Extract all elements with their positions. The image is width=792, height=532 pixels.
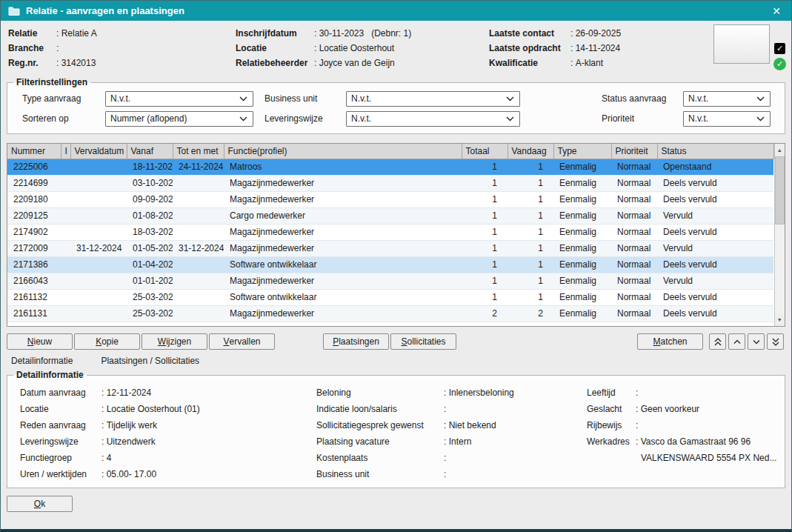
field-label: Branche	[8, 41, 56, 56]
details-column-2: BeloningInlenersbeloning Indicatie loon/…	[316, 385, 587, 482]
table-cell: 1	[462, 207, 508, 224]
relation-header: RelatieRelatie A Branche Reg.nr.3142013 …	[1, 21, 791, 75]
scrollbar-track[interactable]	[775, 225, 785, 313]
tab-detailinformatie[interactable]: Detailinformatie	[11, 356, 73, 368]
sorteren-op-select[interactable]: Nummer (aflopend)	[105, 111, 253, 127]
column-header-tot-en-met[interactable]: Tot en met	[173, 144, 224, 159]
column-header-prioriteit[interactable]: Prioriteit	[611, 144, 657, 159]
sollicitaties-button[interactable]: Sollicitaties	[390, 333, 456, 350]
detail-value	[444, 450, 449, 466]
column-header-totaal[interactable]: Totaal	[462, 144, 508, 159]
table-cell: Magazijnmedewerker	[224, 224, 462, 240]
table-cell	[70, 207, 127, 224]
field-label: Locatie	[236, 41, 314, 56]
close-icon[interactable]: ✕	[769, 4, 784, 18]
table-row[interactable]: 216113125-03-2024Magazijnmedewerker22Een…	[7, 305, 773, 322]
field-value: Joyce van de Geijn	[314, 56, 395, 70]
scrollbar-thumb[interactable]	[775, 156, 785, 225]
table-row[interactable]: 217490218-03-2024Magazijnmedewerker11Een…	[7, 224, 773, 240]
table-row[interactable]: 217138601-04-2024Software ontwikkelaar11…	[7, 256, 773, 273]
table-cell: 2214699	[7, 175, 61, 191]
column-header-status[interactable]: Status	[657, 144, 773, 159]
field-label: Relatiebeheerder	[236, 56, 314, 70]
table-cell: Deels vervuld	[657, 175, 773, 191]
prioriteit-select[interactable]: N.v.t.	[683, 111, 771, 127]
table-cell: 2172009	[7, 240, 61, 256]
table-cell	[70, 191, 127, 207]
field-label: Relatie	[8, 26, 56, 41]
table-cell: 01-05-2024	[127, 240, 173, 256]
table-cell: Deels vervuld	[657, 191, 773, 207]
table-cell	[61, 175, 70, 191]
type-aanvraag-select[interactable]: N.v.t.	[105, 91, 253, 107]
table-cell: 31-12-2024	[70, 240, 127, 256]
table-cell: 2171386	[7, 256, 61, 273]
table-cell: 1	[508, 175, 553, 191]
table-row[interactable]: 217200931-12-202401-05-202431-12-2024Mag…	[7, 240, 773, 256]
chevron-down-icon	[751, 336, 762, 347]
column-header-vanaf[interactable]: Vanaf	[127, 144, 173, 159]
move-first-button[interactable]	[709, 333, 726, 350]
tab-plaatsingen-sollicitaties[interactable]: Plaatsingen / Sollicitaties	[101, 356, 199, 368]
table-cell: Eenmalig	[553, 256, 611, 273]
move-up-button[interactable]	[728, 333, 745, 350]
column-header-i[interactable]: I	[61, 144, 70, 159]
column-header-vandaag[interactable]: Vandaag	[508, 144, 553, 159]
chevron-down-icon	[506, 96, 514, 102]
column-header-type[interactable]: Type	[553, 144, 611, 159]
table-cell: 24-11-2024	[173, 159, 224, 175]
table-cell	[173, 191, 224, 207]
column-header-functie-profiel[interactable]: Functie(profiel)	[224, 144, 462, 159]
nieuw-button[interactable]: Nieuw	[7, 333, 73, 350]
status-aanvraag-select[interactable]: N.v.t.	[683, 91, 771, 107]
table-cell: 1	[462, 256, 508, 273]
table-cell: 1	[508, 256, 553, 273]
kopie-button[interactable]: Kopie	[74, 333, 140, 350]
plaatsingen-button[interactable]: Plaatsingen	[323, 333, 389, 350]
table-row[interactable]: 216113225-03-2024Software ontwikkelaar11…	[7, 289, 773, 305]
vervallen-button[interactable]: Vervallen	[209, 333, 275, 350]
table-row[interactable]: 221469903-10-2024Magazijnmedewerker11Een…	[7, 175, 773, 191]
details-column-3: Leeftijd GeslachtGeen voorkeur Rijbewijs…	[587, 385, 785, 482]
detail-label: Plaatsing vacature	[316, 433, 444, 450]
title-bar[interactable]: Relatie - aanvragen en plaatsingen ✕	[1, 1, 791, 21]
field-value: 3142013	[56, 56, 96, 70]
detail-label: Locatie	[20, 401, 102, 417]
matchen-button[interactable]: Matchen	[637, 333, 703, 350]
column-header-nummer[interactable]: Nummer	[7, 144, 61, 159]
table-cell	[61, 207, 70, 224]
field-value: 26-09-2025	[570, 26, 621, 41]
table-cell: Eenmalig	[553, 289, 611, 305]
table-cell	[70, 305, 127, 322]
scroll-up-button[interactable]: ▲	[775, 144, 785, 156]
table-cell: 1	[508, 224, 553, 240]
detail-label: Werkadres	[587, 433, 636, 450]
table-row[interactable]: 220912501-08-2024Cargo medewerker11Eenma…	[7, 207, 773, 224]
move-down-button[interactable]	[748, 333, 765, 350]
table-row[interactable]: 220918009-09-2024Magazijnmedewerker11Een…	[7, 191, 773, 207]
table-cell: Magazijnmedewerker	[224, 305, 462, 322]
detail-information-groupbox: Detailinformatie Datum aanvraag12-11-202…	[7, 370, 785, 488]
filter-label: Business unit	[264, 93, 346, 104]
table-cell: Eenmalig	[553, 240, 611, 256]
table-cell: 18-03-2024	[127, 224, 173, 240]
business-unit-select[interactable]: N.v.t.	[346, 91, 520, 107]
table-cell: 1	[508, 240, 553, 256]
field-value: 30-11-2023 (Debnr: 1)	[314, 26, 411, 41]
table-cell: Openstaand	[657, 159, 773, 175]
table-cell: Vervuld	[657, 240, 773, 256]
wijzigen-button[interactable]: Wijzigen	[142, 333, 207, 350]
scroll-down-button[interactable]: ▼	[775, 313, 785, 326]
vertical-scrollbar[interactable]: ▲ ▼	[774, 144, 785, 326]
detail-label: Rijbewijs	[587, 417, 636, 433]
move-last-button[interactable]	[767, 333, 784, 350]
table-row[interactable]: 216604301-01-2024Magazijnmedewerker11Een…	[7, 273, 773, 289]
leveringswijze-select[interactable]: N.v.t.	[346, 111, 520, 127]
column-header-vervaldatum[interactable]: Vervaldatum	[70, 144, 127, 159]
black-checkbox-icon[interactable]: ✓	[774, 43, 785, 54]
chevron-down-icon	[506, 116, 514, 122]
table-row[interactable]: 222500618-11-202424-11-2024Matroos11Eenm…	[7, 159, 773, 175]
table-cell: Normaal	[611, 224, 657, 240]
detail-value-line2: VALKENSWAARD 5554 PX Ned...	[641, 450, 776, 466]
ok-button[interactable]: Ok	[7, 496, 73, 512]
